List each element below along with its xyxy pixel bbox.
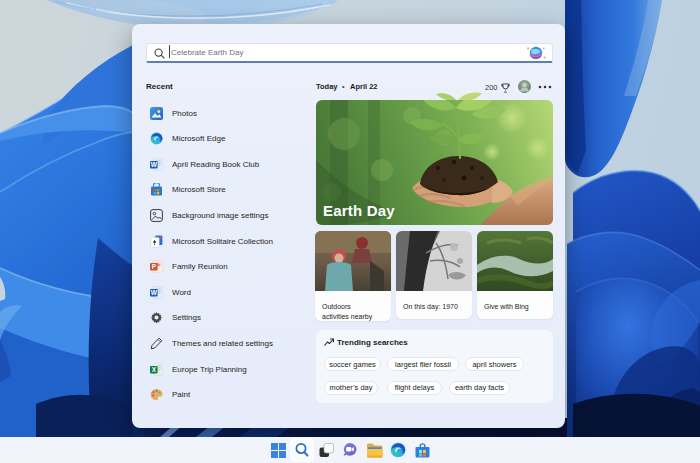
svg-text:W: W (151, 161, 158, 168)
svg-text:W: W (151, 289, 158, 296)
svg-text:X: X (152, 365, 157, 372)
svg-text:P: P (152, 263, 157, 270)
